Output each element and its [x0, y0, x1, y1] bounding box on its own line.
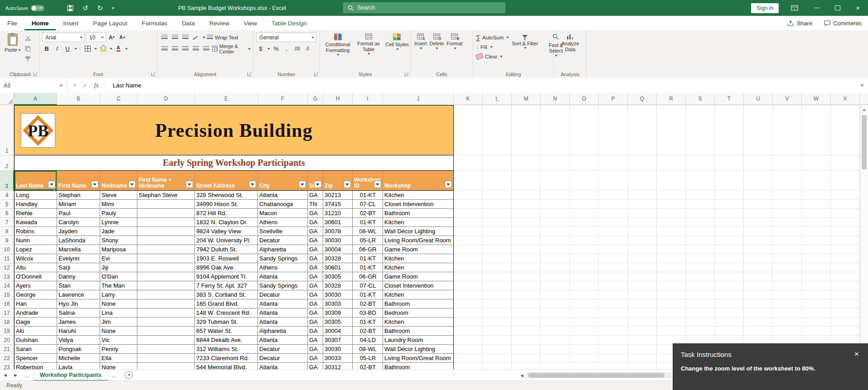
- cell-V1[interactable]: [773, 105, 802, 155]
- cell-P12[interactable]: [599, 263, 628, 272]
- cell-G15[interactable]: GA: [308, 290, 323, 299]
- cell-M1[interactable]: [512, 105, 541, 155]
- filter-dropdown-icon-J[interactable]: [445, 181, 452, 188]
- cell-C16[interactable]: None: [100, 299, 137, 308]
- cell-L14[interactable]: [483, 281, 512, 290]
- cell-O11[interactable]: [570, 254, 599, 263]
- cell-W3[interactable]: [802, 171, 831, 191]
- tab-formulas[interactable]: Formulas: [135, 16, 175, 30]
- align-right-button[interactable]: [181, 44, 190, 53]
- table-header-cell-A3[interactable]: Last Name: [14, 171, 57, 191]
- cell-K1[interactable]: [454, 105, 483, 155]
- cell-G23[interactable]: GA: [308, 363, 323, 369]
- cell-F6[interactable]: Macon: [258, 209, 308, 218]
- cell-W7[interactable]: [802, 218, 831, 227]
- table-header-cell-E3[interactable]: Street Address: [195, 171, 258, 191]
- cell-D5[interactable]: [137, 200, 195, 209]
- cell-A15[interactable]: George: [14, 290, 57, 299]
- row-header-17[interactable]: 17: [0, 308, 14, 318]
- cell-M12[interactable]: [512, 263, 541, 272]
- cell-N5[interactable]: [541, 200, 570, 209]
- cell-H14[interactable]: 30328: [323, 281, 353, 290]
- cell-C20[interactable]: Vic: [100, 336, 137, 345]
- cell-R3[interactable]: [657, 171, 686, 191]
- company-banner-cell[interactable]: PBPrecision Building: [14, 105, 454, 155]
- cell-D13[interactable]: [137, 272, 195, 281]
- cell-S16[interactable]: [686, 299, 715, 308]
- cell-D7[interactable]: [137, 218, 195, 227]
- cell-L15[interactable]: [483, 290, 512, 299]
- cell-V2[interactable]: [773, 155, 802, 171]
- cell-V7[interactable]: [773, 218, 802, 227]
- cell-L11[interactable]: [483, 254, 512, 263]
- cell-S11[interactable]: [686, 254, 715, 263]
- cell-S4[interactable]: [686, 191, 715, 200]
- cell-O1[interactable]: [570, 105, 599, 155]
- cell-K11[interactable]: [454, 254, 483, 263]
- cell-P7[interactable]: [599, 218, 628, 227]
- cell-B9[interactable]: LaShonda: [57, 236, 100, 245]
- cell-W4[interactable]: [802, 191, 831, 200]
- cell-J16[interactable]: Bathroom: [383, 299, 454, 308]
- column-header-E[interactable]: E: [195, 93, 258, 105]
- cell-C8[interactable]: Jade: [100, 227, 137, 236]
- cell-E7[interactable]: 1832 N. Clayton Dr.: [195, 218, 258, 227]
- cell-V16[interactable]: [773, 299, 802, 308]
- table-header-cell-C3[interactable]: Nickname: [100, 171, 137, 191]
- cell-O16[interactable]: [570, 299, 599, 308]
- cell-O2[interactable]: [570, 155, 599, 171]
- cell-K19[interactable]: [454, 327, 483, 336]
- italic-button[interactable]: I: [53, 44, 62, 53]
- cell-T18[interactable]: [715, 318, 744, 327]
- cell-I4[interactable]: 01-KT: [353, 191, 383, 200]
- cell-M5[interactable]: [512, 200, 541, 209]
- column-header-U[interactable]: U: [744, 93, 773, 105]
- cell-K3[interactable]: [454, 171, 483, 191]
- cell-O17[interactable]: [570, 308, 599, 318]
- cell-U12[interactable]: [744, 263, 773, 272]
- sign-in-button[interactable]: Sign in: [751, 3, 779, 13]
- cell-A5[interactable]: Handley: [14, 200, 57, 209]
- cell-Q8[interactable]: [628, 227, 657, 236]
- row-header-2[interactable]: 2: [0, 155, 14, 171]
- cell-O9[interactable]: [570, 236, 599, 245]
- fill-color-button[interactable]: [98, 44, 107, 53]
- cell-M21[interactable]: [512, 345, 541, 354]
- cell-T6[interactable]: [715, 209, 744, 218]
- cell-M2[interactable]: [512, 155, 541, 171]
- comments-button[interactable]: Comments: [824, 20, 862, 27]
- cell-O19[interactable]: [570, 327, 599, 336]
- cell-A19[interactable]: Aki: [14, 327, 57, 336]
- filter-dropdown-icon-F[interactable]: [299, 181, 306, 188]
- cell-X5[interactable]: [831, 200, 860, 209]
- cell-H9[interactable]: 30030: [323, 236, 353, 245]
- cell-B13[interactable]: Danny: [57, 272, 100, 281]
- table-header-cell-I3[interactable]: Workshop ID: [353, 171, 383, 191]
- clear-button[interactable]: Clear: [476, 52, 509, 61]
- cell-N13[interactable]: [541, 272, 570, 281]
- cell-K15[interactable]: [454, 290, 483, 299]
- cell-L9[interactable]: [483, 236, 512, 245]
- cell-C23[interactable]: None: [100, 363, 137, 369]
- row-header-5[interactable]: 5: [0, 200, 14, 209]
- cell-F21[interactable]: Decatur: [258, 345, 308, 354]
- column-header-L[interactable]: L: [483, 93, 512, 105]
- cell-E4[interactable]: 328 Sherwood St.: [195, 191, 258, 200]
- delete-cells-button[interactable]: × Delete: [429, 33, 445, 70]
- cell-S9[interactable]: [686, 236, 715, 245]
- cell-U3[interactable]: [744, 171, 773, 191]
- row-header-12[interactable]: 12: [0, 263, 14, 272]
- filter-dropdown-icon-E[interactable]: [249, 181, 256, 188]
- cell-T15[interactable]: [715, 290, 744, 299]
- cell-P10[interactable]: [599, 245, 628, 254]
- cell-L20[interactable]: [483, 336, 512, 345]
- cell-J22[interactable]: Living Room/Great Room: [383, 354, 454, 363]
- conditional-formatting-button[interactable]: Conditional Formatting: [323, 33, 353, 70]
- cell-X7[interactable]: [831, 218, 860, 227]
- row-header-10[interactable]: 10: [0, 245, 14, 254]
- cell-O14[interactable]: [570, 281, 599, 290]
- cell-T10[interactable]: [715, 245, 744, 254]
- column-header-B[interactable]: B: [57, 93, 100, 105]
- cell-X8[interactable]: [831, 227, 860, 236]
- cell-M16[interactable]: [512, 299, 541, 308]
